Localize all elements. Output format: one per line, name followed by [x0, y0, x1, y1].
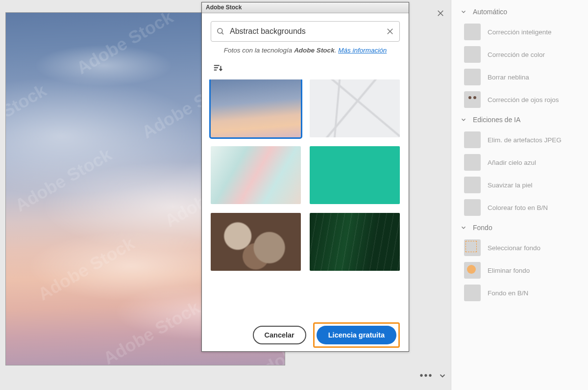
svg-point-2	[218, 28, 222, 33]
close-icon[interactable]	[434, 7, 447, 20]
chevron-down-icon	[460, 224, 467, 231]
sidebar-item-label: Suavizar la piel	[488, 182, 533, 189]
section-title: Automático	[473, 8, 507, 16]
result-tile[interactable]	[211, 213, 301, 271]
sidebar-item-label: Fondo en B/N	[488, 289, 528, 297]
sidebar-item-color-correction[interactable]: Corrección de color	[451, 43, 588, 66]
cancel-button[interactable]: Cancelar	[253, 326, 306, 344]
sidebar-item-blue-sky[interactable]: Añadir cielo azul	[451, 151, 588, 174]
sidebar-item-label: Corrección inteligente	[488, 28, 552, 36]
dialog-footer: Cancelar Licencia gratuita	[202, 319, 409, 351]
thumb-icon	[464, 91, 481, 108]
sidebar-item-label: Borrar neblina	[488, 74, 529, 81]
sidebar-item-smart-correction[interactable]: Corrección inteligente	[451, 21, 588, 43]
sidebar-item-label: Seleccionar fondo	[488, 244, 540, 252]
result-tile[interactable]	[211, 146, 301, 204]
section-header-auto[interactable]: Automático	[451, 3, 588, 21]
section-title: Ediciones de IA	[473, 116, 520, 124]
sidebar-item-remove-background[interactable]: Eliminar fondo	[451, 259, 588, 282]
thumb-icon	[464, 177, 481, 193]
chevron-down-icon	[460, 8, 467, 15]
more-icon[interactable]: •••	[419, 370, 433, 381]
section-title: Fondo	[473, 224, 492, 232]
sidebar-item-background-bw[interactable]: Fondo en B/N	[451, 282, 588, 304]
search-field[interactable]	[211, 21, 400, 42]
sort-icon[interactable]	[212, 63, 224, 74]
sidebar-item-smooth-skin[interactable]: Suavizar la piel	[451, 174, 588, 196]
thumb-icon	[464, 46, 481, 63]
dialog-title: Adobe Stock	[202, 2, 409, 13]
license-free-button[interactable]: Licencia gratuita	[317, 326, 396, 344]
license-label: Licencia gratuita	[328, 331, 385, 339]
caption-prefix: Fotos con la tecnología	[224, 47, 294, 54]
thumb-icon	[464, 24, 481, 40]
result-tile[interactable]	[211, 79, 301, 137]
clear-icon[interactable]	[386, 27, 394, 36]
sidebar-item-label: Elim. de artefactos JPEG	[488, 136, 562, 144]
sidebar-item-jpeg-artifacts[interactable]: Elim. de artefactos JPEG	[451, 129, 588, 151]
sidebar-item-colorize-bw[interactable]: Colorear foto en B/N	[451, 196, 588, 219]
sidebar-item-label: Corrección de ojos rojos	[488, 96, 559, 104]
section-header-background[interactable]: Fondo	[451, 219, 588, 236]
result-tile[interactable]	[310, 213, 400, 271]
thumb-icon	[464, 239, 481, 256]
svg-line-3	[221, 32, 223, 34]
results-area	[209, 79, 402, 319]
thumb-icon	[464, 154, 481, 171]
sidebar-item-label: Eliminar fondo	[488, 267, 530, 274]
adobe-stock-dialog: Adobe Stock Fotos con la tecnología Adob…	[201, 2, 409, 352]
sidebar-item-label: Añadir cielo azul	[488, 159, 536, 166]
result-tile[interactable]	[310, 146, 400, 204]
more-info-link[interactable]: Más información	[338, 47, 387, 54]
chevron-down-icon	[460, 116, 467, 123]
cancel-label: Cancelar	[265, 331, 294, 339]
highlight-frame: Licencia gratuita	[313, 322, 400, 348]
thumb-icon	[464, 262, 481, 279]
result-tile[interactable]	[310, 79, 400, 137]
stock-caption: Fotos con la tecnología Adobe Stock. Más…	[211, 42, 400, 61]
search-input[interactable]	[230, 27, 381, 36]
sidebar-item-select-background[interactable]: Seleccionar fondo	[451, 236, 588, 259]
right-panel: Automático Corrección inteligente Correc…	[451, 0, 588, 390]
thumb-icon	[464, 199, 481, 216]
caption-brand: Adobe Stock	[294, 47, 335, 54]
thumb-icon	[464, 131, 481, 148]
sidebar-item-label: Colorear foto en B/N	[488, 204, 548, 211]
chevron-down-icon[interactable]	[438, 371, 447, 380]
sidebar-item-label: Corrección de color	[488, 51, 545, 58]
section-header-ai[interactable]: Ediciones de IA	[451, 111, 588, 129]
sidebar-item-dehaze[interactable]: Borrar neblina	[451, 66, 588, 88]
thumb-icon	[464, 69, 481, 85]
sidebar-item-red-eye[interactable]: Corrección de ojos rojos	[451, 88, 588, 111]
search-icon	[216, 27, 225, 36]
thumb-icon	[464, 285, 481, 301]
